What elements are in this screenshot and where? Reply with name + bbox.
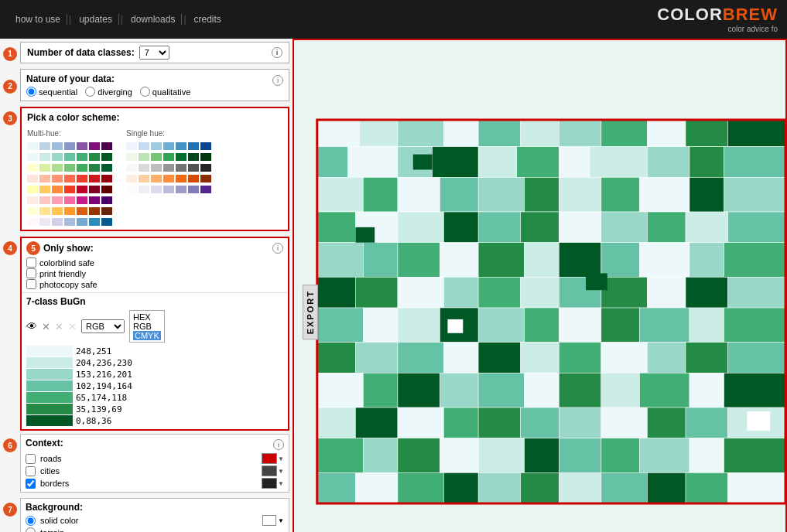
data-classes-row: Number of data classes: 7 3456 89101112 …	[27, 46, 282, 60]
swatch-ylgn[interactable]	[27, 164, 112, 172]
svg-rect-123	[355, 473, 398, 504]
swatch-yl2[interactable]	[27, 207, 112, 215]
swatch-pubu[interactable]	[27, 218, 112, 226]
x-icon-3[interactable]: ✕	[68, 321, 77, 332]
svg-rect-37	[443, 212, 478, 243]
data-classes-select[interactable]: 7 3456 89101112	[139, 46, 169, 60]
svg-rect-77	[724, 308, 785, 343]
swatch-greys[interactable]	[126, 164, 211, 172]
info-icon-1[interactable]: i	[272, 47, 282, 58]
info-icon-2[interactable]: i	[272, 75, 283, 86]
radio-sequential[interactable]: sequential	[26, 87, 77, 97]
bg-terrain-radio[interactable]	[26, 527, 36, 532]
swatch-purples[interactable]	[126, 186, 211, 193]
ctx-cities-check[interactable]	[26, 466, 36, 476]
ctx-roads-check[interactable]	[26, 454, 36, 464]
section1-box: Number of data classes: 7 3456 89101112 …	[20, 42, 289, 63]
nav-link-downloads[interactable]: downloads	[125, 14, 182, 25]
svg-rect-113	[398, 438, 440, 473]
only-show-label: Only show:	[43, 243, 94, 254]
radio-sequential-input[interactable]	[26, 87, 36, 97]
bg-swatch-arrow[interactable]: ▼	[278, 517, 284, 524]
badge-5: 5	[26, 241, 40, 255]
svg-rect-114	[440, 438, 479, 473]
swatch-greens[interactable]	[126, 153, 211, 161]
format-option-cmyk[interactable]: CMYK	[133, 331, 161, 340]
color-scheme-label: Pick a color scheme:	[27, 112, 119, 123]
badge-6: 6	[3, 438, 17, 452]
section3-row: 3 Pick a color scheme: Multi-hue:	[3, 107, 289, 234]
format-option-hex[interactable]: HEX	[133, 312, 161, 322]
svg-rect-106	[559, 408, 601, 438]
ctx-borders-color[interactable]: ▼	[262, 478, 284, 489]
swatch-blues[interactable]	[126, 142, 211, 150]
bg-solid-label[interactable]: solid color	[40, 516, 79, 525]
cb-photocopy-input[interactable]	[26, 279, 36, 289]
eye-icon[interactable]: 👁	[26, 320, 37, 332]
bg-terrain-label[interactable]: terrain	[40, 528, 64, 532]
section3-box: Pick a color scheme: Multi-hue:	[20, 107, 289, 231]
svg-rect-74	[601, 308, 640, 343]
background-label: Background:	[26, 502, 284, 513]
radio-qualitative[interactable]: qualitative	[140, 87, 191, 97]
nav-link-credits[interactable]: credits	[188, 14, 228, 25]
bg-solid-radio[interactable]	[26, 516, 36, 526]
ctx-borders-arrow[interactable]: ▼	[278, 480, 284, 487]
multihue-column: Multi-hue:	[27, 129, 112, 226]
x-icon-1[interactable]: ✕	[42, 321, 50, 332]
ctx-roads-arrow[interactable]: ▼	[278, 455, 284, 462]
ctx-borders-check[interactable]	[26, 479, 36, 489]
svg-rect-3	[398, 120, 444, 147]
radio-qualitative-input[interactable]	[140, 87, 150, 97]
cb-print-input[interactable]	[26, 268, 36, 278]
ctx-roads-color[interactable]: ▼	[262, 453, 284, 464]
radio-diverging[interactable]: diverging	[85, 87, 132, 97]
cb-colorblind-input[interactable]	[26, 257, 36, 268]
only-show-header: 5 Only show: i	[26, 241, 283, 255]
svg-rect-4	[443, 120, 478, 147]
swatch-ylor[interactable]	[27, 186, 112, 193]
ctx-roads-label[interactable]: roads	[40, 454, 62, 463]
svg-rect-60	[478, 278, 521, 309]
ctx-borders-label[interactable]: borders	[40, 479, 69, 488]
swatch-reds[interactable]	[27, 175, 112, 182]
color-value-text-3: 153,216,201	[76, 370, 132, 380]
cb-colorblind[interactable]: colorblind safe	[26, 257, 283, 268]
svg-rect-78	[317, 343, 356, 373]
color-value-text-2: 204,236,230	[76, 358, 132, 368]
top-nav: how to use | updates | downloads | credi…	[0, 0, 787, 39]
svg-rect-53	[639, 243, 689, 278]
swatch-oranges[interactable]	[126, 175, 211, 182]
bg-solid-color[interactable]: ▼	[262, 515, 284, 526]
color-values-list: 248,251 204,236,230 153,216,201	[26, 346, 283, 426]
svg-rect-19	[590, 147, 647, 178]
swatch-bupu[interactable]	[27, 142, 112, 150]
info-icon-6[interactable]: i	[273, 439, 284, 450]
swatch-rdpu[interactable]	[27, 196, 112, 204]
svg-rect-97	[639, 373, 689, 408]
svg-rect-20	[647, 147, 689, 178]
swatch-bugn[interactable]	[27, 153, 112, 161]
context-label: Context:	[26, 438, 63, 448]
cb-photocopy[interactable]: photocopy safe	[26, 279, 283, 289]
ctx-cities-label[interactable]: cities	[40, 466, 60, 476]
format-select[interactable]: RGB HEX CMYK	[81, 319, 125, 333]
ctx-cities-arrow[interactable]: ▼	[278, 468, 284, 475]
app-wrapper: how to use | updates | downloads | credi…	[0, 0, 787, 532]
format-option-rgb[interactable]: RGB	[133, 322, 161, 331]
color-value-text-5: 65,174,118	[76, 393, 127, 403]
svg-rect-57	[355, 278, 398, 309]
svg-rect-95	[559, 373, 601, 408]
bg-swatch[interactable]	[262, 515, 276, 526]
svg-rect-54	[689, 243, 724, 278]
cb-print[interactable]: print friendly	[26, 268, 283, 278]
export-label[interactable]: EXPORT	[303, 285, 318, 339]
x-icon-2[interactable]: ✕	[55, 321, 63, 332]
nav-link-howtouse[interactable]: how to use	[9, 14, 67, 25]
info-icon-4[interactable]: i	[272, 243, 283, 254]
nav-link-updates[interactable]: updates	[73, 14, 119, 25]
ctx-cities-color[interactable]: ▼	[262, 466, 284, 476]
radio-diverging-input[interactable]	[85, 87, 95, 97]
svg-rect-86	[647, 343, 686, 373]
svg-rect-136	[586, 274, 607, 291]
